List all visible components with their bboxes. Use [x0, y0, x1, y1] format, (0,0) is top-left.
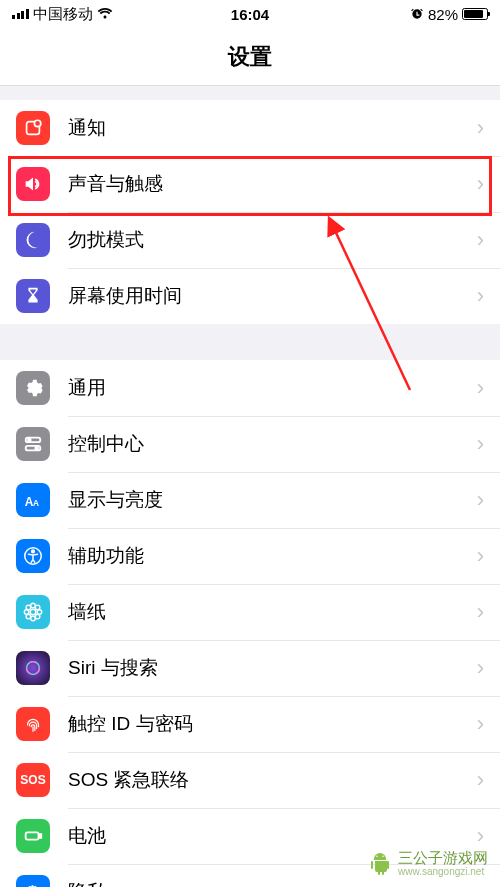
notifications-icon	[16, 111, 50, 145]
row-label: 声音与触感	[68, 171, 477, 197]
svg-point-10	[30, 609, 36, 615]
row-screen-time[interactable]: 屏幕使用时间 ›	[0, 268, 500, 324]
row-touchid-passcode[interactable]: 触控 ID 与密码 ›	[0, 696, 500, 752]
chevron-right-icon: ›	[477, 375, 484, 401]
svg-point-16	[35, 605, 40, 610]
text-size-icon: AA	[16, 483, 50, 517]
svg-point-18	[35, 614, 40, 619]
alarm-icon	[410, 7, 424, 21]
android-icon	[368, 851, 392, 875]
svg-point-14	[37, 610, 42, 615]
chevron-right-icon: ›	[477, 767, 484, 793]
sos-icon: SOS	[16, 763, 50, 797]
row-label: 勿扰模式	[68, 227, 477, 253]
watermark-text: 三公子游戏网	[398, 849, 488, 866]
signal-icon	[12, 9, 29, 19]
svg-point-1	[34, 120, 40, 126]
row-control-center[interactable]: 控制中心 ›	[0, 416, 500, 472]
fingerprint-icon	[16, 707, 50, 741]
row-label: 墙纸	[68, 599, 477, 625]
svg-point-9	[32, 550, 35, 553]
chevron-right-icon: ›	[477, 431, 484, 457]
row-label: 屏幕使用时间	[68, 283, 477, 309]
svg-point-13	[24, 610, 29, 615]
svg-rect-21	[26, 832, 39, 839]
row-label: 通用	[68, 375, 477, 401]
page-title: 设置	[228, 42, 272, 72]
accessibility-icon	[16, 539, 50, 573]
status-bar: 中国移动 16:04 82%	[0, 0, 500, 28]
svg-point-5	[35, 447, 38, 450]
gear-icon	[16, 371, 50, 405]
chevron-right-icon: ›	[477, 599, 484, 625]
moon-icon	[16, 223, 50, 257]
hourglass-icon	[16, 279, 50, 313]
row-label: 通知	[68, 115, 477, 141]
row-accessibility[interactable]: 辅助功能 ›	[0, 528, 500, 584]
chevron-right-icon: ›	[477, 283, 484, 309]
svg-text:A: A	[33, 499, 39, 508]
chevron-right-icon: ›	[477, 543, 484, 569]
flower-icon	[16, 595, 50, 629]
row-label: 电池	[68, 823, 477, 849]
row-label: 控制中心	[68, 431, 477, 457]
svg-rect-22	[39, 834, 41, 838]
chevron-right-icon: ›	[477, 711, 484, 737]
settings-group-1: 通知 › 声音与触感 › 勿扰模式 › 屏幕使用时间 ›	[0, 100, 500, 324]
chevron-right-icon: ›	[477, 487, 484, 513]
row-display-brightness[interactable]: AA 显示与亮度 ›	[0, 472, 500, 528]
wifi-icon	[97, 8, 113, 20]
svg-point-17	[26, 614, 31, 619]
svg-point-15	[26, 605, 31, 610]
svg-point-3	[28, 439, 31, 442]
siri-icon	[16, 651, 50, 685]
row-label: 隐私	[68, 879, 477, 887]
chevron-right-icon: ›	[477, 879, 484, 887]
status-time: 16:04	[231, 6, 269, 23]
carrier-label: 中国移动	[33, 5, 93, 24]
status-left: 中国移动	[12, 5, 113, 24]
battery-icon	[462, 8, 488, 20]
battery-icon	[16, 819, 50, 853]
row-do-not-disturb[interactable]: 勿扰模式 ›	[0, 212, 500, 268]
section-gap	[0, 86, 500, 100]
row-label: 触控 ID 与密码	[68, 711, 477, 737]
chevron-right-icon: ›	[477, 823, 484, 849]
row-label: 辅助功能	[68, 543, 477, 569]
hand-icon	[16, 875, 50, 887]
row-notifications[interactable]: 通知 ›	[0, 100, 500, 156]
chevron-right-icon: ›	[477, 115, 484, 141]
watermark: 三公子游戏网 www.sangongzi.net	[368, 849, 488, 877]
toggles-icon	[16, 427, 50, 461]
status-right: 82%	[410, 6, 488, 23]
chevron-right-icon: ›	[477, 227, 484, 253]
row-wallpaper[interactable]: 墙纸 ›	[0, 584, 500, 640]
svg-point-11	[31, 603, 36, 608]
row-label: Siri 与搜索	[68, 655, 477, 681]
page-header: 设置	[0, 28, 500, 86]
row-label: SOS 紧急联络	[68, 767, 477, 793]
row-general[interactable]: 通用 ›	[0, 360, 500, 416]
sounds-icon	[16, 167, 50, 201]
section-gap	[0, 324, 500, 360]
chevron-right-icon: ›	[477, 171, 484, 197]
svg-point-12	[31, 616, 36, 621]
chevron-right-icon: ›	[477, 655, 484, 681]
row-siri-search[interactable]: Siri 与搜索 ›	[0, 640, 500, 696]
row-label: 显示与亮度	[68, 487, 477, 513]
battery-pct: 82%	[428, 6, 458, 23]
row-sounds-haptics[interactable]: 声音与触感 ›	[0, 156, 500, 212]
row-emergency-sos[interactable]: SOS SOS 紧急联络 ›	[0, 752, 500, 808]
watermark-url: www.sangongzi.net	[398, 866, 488, 877]
settings-group-2: 通用 › 控制中心 › AA 显示与亮度 › 辅助功能 › 墙纸 › Siri …	[0, 360, 500, 887]
